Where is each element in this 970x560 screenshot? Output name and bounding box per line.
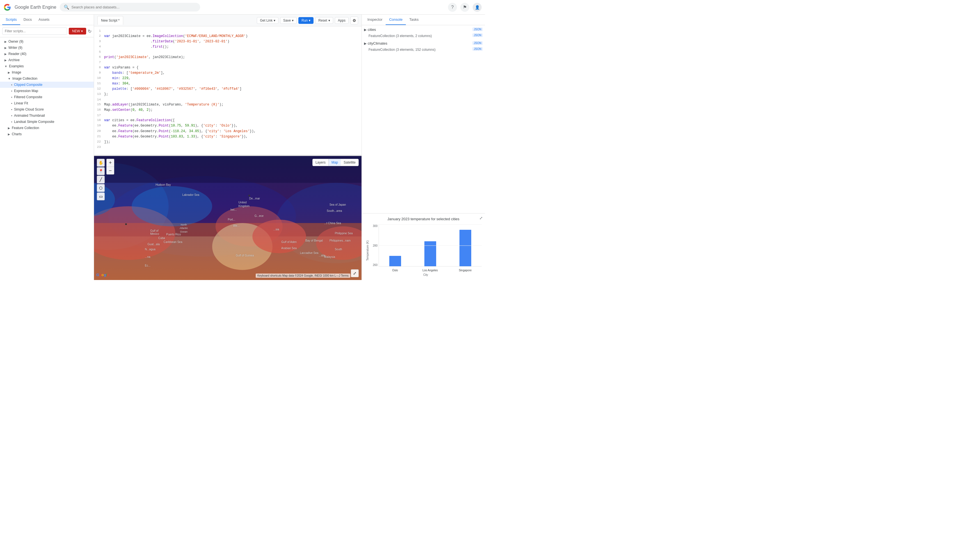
get-link-button[interactable]: Get Link ▾ (257, 17, 279, 24)
sidebar-item-label: Landsat Simple Composite (14, 120, 54, 124)
line-number: 15 (94, 102, 104, 107)
chart-expand-icon[interactable]: ⤢ (479, 216, 483, 220)
line-content (104, 97, 362, 102)
line-content (104, 145, 362, 150)
editor-tab-new-script[interactable]: New Script * (97, 16, 123, 25)
sidebar-item-filtered-composite[interactable]: ▪ Filtered Composite (0, 94, 94, 100)
sidebar-item-examples[interactable]: ▼ Examples (0, 63, 94, 69)
tab-tasks[interactable]: Tasks (406, 15, 422, 25)
sidebar-item-clipped-composite[interactable]: ▪ Clipped Composite (0, 82, 94, 88)
reset-button[interactable]: Reset ▾ (315, 17, 333, 24)
tab-inspector[interactable]: Inspector (364, 15, 386, 25)
zoom-in-button[interactable]: + (106, 159, 114, 167)
save-label: Save (283, 18, 291, 22)
save-button[interactable]: Save ▾ (280, 17, 297, 24)
layers-button[interactable]: Layers (313, 159, 329, 166)
sidebar-item-image-collection[interactable]: ▼ Image Collection (0, 75, 94, 82)
line-number: 13 (94, 92, 104, 97)
logo-text: Google Earth Engine (15, 5, 57, 10)
code-editor[interactable]: 1 2 var jan2023Climate = ee.ImageCollect… (94, 27, 362, 155)
sidebar-item-expression-map[interactable]: ▪ Expression Map (0, 88, 94, 94)
y-axis: 300 280 260 (370, 225, 379, 267)
poly-tool-button[interactable]: ⬡ (97, 184, 105, 192)
line-number: 18 (94, 118, 104, 123)
new-script-button[interactable]: NEW ▾ (69, 28, 86, 35)
code-line-14: 14 (94, 97, 362, 102)
x-axis-title: City (370, 272, 482, 277)
json-badge-city-climates[interactable]: JSON (472, 41, 483, 45)
editor-header: New Script * Get Link ▾ Save ▾ Run ▾ Res… (94, 15, 362, 27)
user-avatar[interactable]: 👤 (472, 3, 482, 12)
sidebar-item-label: Animated Thumbnail (14, 113, 45, 118)
line-number: 10 (94, 76, 104, 81)
line-tool-button[interactable]: ╱ (97, 176, 105, 183)
sidebar-item-image[interactable]: ▶ Image (0, 69, 94, 75)
filter-scripts-input[interactable] (2, 27, 67, 35)
sidebar-item-archive[interactable]: ▶ Archive (0, 57, 94, 63)
line-number: 16 (94, 107, 104, 113)
help-button[interactable]: ? (448, 3, 457, 12)
settings-button[interactable]: ⚙ (350, 17, 358, 24)
line-content: var cities = ee.FeatureCollection([ (104, 118, 362, 123)
line-number: 21 (94, 134, 104, 140)
run-button[interactable]: Run ▾ (298, 17, 314, 24)
apps-button[interactable]: Apps (335, 17, 349, 24)
heatmap-svg (94, 156, 362, 280)
left-panel: Scripts Docs Assets NEW ▾ ↻ ▶ Owner (9) … (0, 15, 94, 280)
city-label-singapore: Singapore (449, 269, 482, 272)
tab-assets[interactable]: Assets (35, 15, 53, 25)
reset-label: Reset (318, 18, 327, 22)
sidebar-item-reader[interactable]: ▶ Reader (40) (0, 51, 94, 57)
x-label-oslo: Oslo (379, 268, 411, 272)
sidebar-item-simple-cloud-score[interactable]: ▪ Simple Cloud Score (0, 106, 94, 113)
arrow-icon: ▶ (8, 127, 10, 130)
code-line-11: 11 max: 304, (94, 81, 362, 87)
hand-tool-button[interactable]: ✋ (97, 159, 105, 167)
satellite-view-button[interactable]: Satellite (341, 159, 359, 166)
map-point-oslo (249, 195, 250, 197)
json-badge-city-climates-2[interactable]: JSON (472, 47, 483, 51)
x-label-singapore: Singapore (449, 268, 482, 272)
rect-tool-button[interactable]: ▭ (97, 192, 105, 200)
x-axis-labels: Oslo Los Angeles Singapore (370, 268, 482, 272)
city-label-oslo: Oslo (379, 269, 411, 272)
map-view-button[interactable]: Map (329, 159, 341, 166)
code-line-4: 4 .first(); (94, 44, 362, 50)
sidebar-item-linear-fit[interactable]: ▪ Linear Fit (0, 100, 94, 106)
sidebar-item-landsat-simple-composite[interactable]: ▪ Landsat Simple Composite (0, 119, 94, 125)
json-badge-cities-2[interactable]: JSON (472, 33, 483, 37)
search-input[interactable] (72, 5, 196, 9)
code-line-12: 12 palette: ['#000004', '#410967', '#932… (94, 87, 362, 92)
dropdown-chevron-icon: ▾ (274, 18, 275, 22)
sidebar-item-owner[interactable]: ▶ Owner (9) (0, 38, 94, 45)
point-tool-button[interactable]: 📍 (97, 167, 105, 175)
search-bar[interactable]: 🔍 (60, 3, 200, 12)
tab-console[interactable]: Console (386, 15, 406, 25)
center-panel: New Script * Get Link ▾ Save ▾ Run ▾ Res… (94, 15, 362, 280)
sidebar-item-feature-collection[interactable]: ▶ Feature Collection (0, 125, 94, 131)
expand-icon[interactable]: ▶ (364, 28, 367, 32)
code-line-7: 7 (94, 60, 362, 65)
zoom-out-button[interactable]: − (106, 167, 114, 175)
expand-icon[interactable]: ▶ (364, 42, 367, 45)
console-key-cities: cities (368, 27, 376, 32)
file-icon: ▪ (11, 95, 12, 99)
sidebar-item-animated-thumbnail[interactable]: ▪ Animated Thumbnail (0, 113, 94, 119)
line-number: 7 (94, 60, 104, 65)
tab-scripts[interactable]: Scripts (2, 15, 20, 25)
sidebar-item-label: Simple Cloud Score (14, 107, 44, 112)
fullscreen-button[interactable]: ⤢ (351, 269, 359, 277)
sidebar-item-charts[interactable]: ▶ Charts (0, 131, 94, 137)
console-row: ▶ cityClimates JSON (364, 41, 483, 45)
console-row: ▶ cities JSON (364, 27, 483, 32)
line-number: 1 (94, 28, 104, 34)
notification-button[interactable]: ⚑ (460, 3, 469, 12)
sidebar-item-writer[interactable]: ▶ Writer (9) (0, 45, 94, 51)
json-badge-cities[interactable]: JSON (472, 27, 483, 31)
refresh-icon[interactable]: ↻ (88, 28, 92, 34)
line-number: 8 (94, 65, 104, 70)
console-tree-item: ▶ cities (364, 27, 376, 32)
tab-docs[interactable]: Docs (20, 15, 35, 25)
line-number: 22 (94, 140, 104, 145)
map-area[interactable]: Hudson Bay Labrador Sea NorthAtlanticOce… (94, 156, 362, 280)
